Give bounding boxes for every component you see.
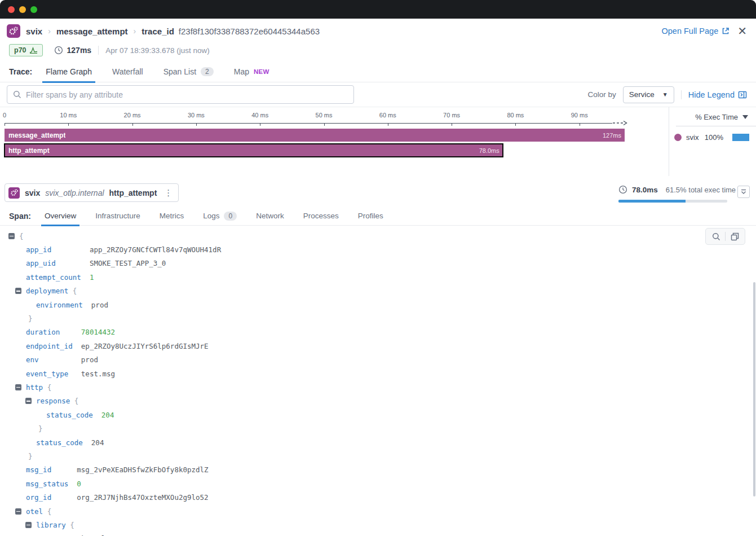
open-full-page-link[interactable]: Open Full Page — [661, 27, 730, 36]
trace-tab-map[interactable]: MapNEW — [234, 61, 269, 82]
attribute-value[interactable]: app_2RZOy7GNCfCWTl84v7qWOUH41dR — [90, 245, 221, 254]
minimize-window-button[interactable] — [19, 6, 26, 13]
close-brace: } — [38, 424, 43, 433]
attribute-row: event_typetest.msg — [0, 367, 677, 380]
flame-span-http-attempt[interactable]: http_attempt78.0ms — [5, 144, 503, 157]
copy-attributes-button[interactable] — [726, 229, 744, 244]
collapse-toggle-icon[interactable] — [15, 508, 21, 515]
attribute-key[interactable]: msg_status — [26, 480, 77, 488]
breadcrumb-resource[interactable]: message_attempt — [56, 27, 128, 36]
copy-icon — [731, 232, 739, 241]
trace-tab-span-list[interactable]: Span List2 — [163, 61, 214, 82]
attribute-value[interactable]: msg_2vPeXEaDHSfwZkFbOfy8k0pzdlZ — [77, 465, 208, 474]
span-tab-logs[interactable]: Logs0 — [203, 207, 237, 226]
attribute-key[interactable]: library — [36, 521, 70, 529]
attribute-close-brace-row: } — [0, 449, 677, 463]
open-brace: { — [19, 232, 24, 240]
flame-span-message-attempt[interactable]: message_attempt127ms — [5, 129, 625, 142]
percentile-badge[interactable]: p70 — [9, 44, 43, 56]
open-brace: { — [47, 507, 52, 516]
close-icon[interactable]: ✕ — [737, 25, 747, 37]
axis-overflow-arrow-icon — [612, 120, 628, 126]
legend-row[interactable]: svix100% — [669, 126, 756, 142]
hide-legend-link[interactable]: Hide Legend — [688, 90, 747, 99]
attribute-value[interactable]: 1 — [90, 273, 94, 282]
span-tab-processes[interactable]: Processes — [303, 207, 339, 226]
attribute-object-row: { — [0, 229, 677, 243]
attribute-value[interactable]: 204 — [91, 438, 104, 447]
span-filter-input[interactable] — [26, 90, 348, 99]
attribute-value[interactable]: prod — [91, 301, 108, 309]
divider — [681, 90, 682, 99]
service-color-dot-icon — [674, 134, 682, 141]
span-tab-profiles[interactable]: Profiles — [358, 207, 383, 226]
attribute-key[interactable]: endpoint_id — [26, 342, 81, 350]
window-titlebar[interactable] — [0, 0, 756, 19]
span-detail-header: svix svix_otlp.internal http_attempt ⋮ 7… — [0, 179, 756, 207]
span-tab-label: Metrics — [160, 212, 184, 220]
exec-time-sort-header[interactable]: % Exec Time — [669, 107, 756, 126]
legend-exec-bar — [732, 134, 749, 141]
collapse-toggle-icon[interactable] — [15, 384, 21, 390]
vertical-scrollbar[interactable] — [753, 282, 755, 497]
span-tab-label: Infrastructure — [95, 212, 140, 220]
attribute-key[interactable]: msg_id — [26, 465, 77, 474]
attribute-key[interactable]: app_uid — [26, 259, 90, 267]
attribute-value[interactable]: 204 — [101, 411, 114, 419]
attribute-key[interactable]: event_type — [26, 370, 81, 378]
collapse-legend-icon — [738, 90, 747, 99]
search-icon — [712, 232, 720, 241]
collapse-panel-button[interactable] — [737, 186, 750, 198]
axis-tick-label: 40 ms — [251, 112, 268, 118]
axis-tick-label: 80 ms — [507, 112, 524, 118]
attribute-value[interactable]: prod — [81, 355, 98, 364]
flame-span-name: message_attempt — [5, 131, 65, 139]
kebab-menu-icon[interactable]: ⋮ — [162, 188, 175, 198]
attribute-value[interactable]: test.msg — [81, 370, 115, 378]
attribute-key[interactable]: org_id — [26, 493, 77, 502]
collapse-toggle-icon[interactable] — [15, 288, 21, 294]
attribute-key[interactable]: attempt_count — [26, 273, 90, 282]
close-brace: } — [28, 452, 33, 460]
zoom-window-button[interactable] — [30, 6, 37, 13]
span-tab-metrics[interactable]: Metrics — [160, 207, 184, 226]
search-attributes-button[interactable] — [707, 229, 725, 244]
attribute-value[interactable]: 0 — [77, 480, 81, 488]
collapse-toggle-icon[interactable] — [8, 233, 15, 239]
attribute-value[interactable]: ep_2RZOy8UczJIYrS6lp6rdGIsMJrE — [81, 342, 209, 350]
legend-exec-percent: 100% — [705, 133, 723, 142]
close-window-button[interactable] — [8, 6, 15, 13]
axis-tick-label: 20 ms — [124, 112, 141, 118]
collapse-toggle-icon[interactable] — [25, 522, 32, 528]
trace-tab-flame-graph[interactable]: Flame Graph — [46, 61, 92, 82]
attribute-key[interactable]: app_id — [26, 245, 90, 254]
attribute-key[interactable]: otel — [26, 507, 47, 516]
attribute-key[interactable]: status_code — [36, 438, 91, 447]
trace-tab-waterfall[interactable]: Waterfall — [112, 61, 143, 82]
span-tab-overview[interactable]: Overview — [45, 207, 76, 226]
span-tab-infrastructure[interactable]: Infrastructure — [95, 207, 140, 226]
attribute-value[interactable]: org_2RJ7NjhBs47OxzteMXOu2g9lo52 — [77, 493, 208, 502]
attribute-row: msg_idmsg_2vPeXEaDHSfwZkFbOfy8k0pzdlZ — [0, 463, 677, 477]
attribute-key[interactable]: duration — [26, 328, 81, 336]
attribute-value[interactable]: SMOKE_TEST_APP_3_0 — [90, 259, 166, 267]
span-tab-label: Overview — [45, 212, 76, 220]
attributes-toolbar — [705, 228, 745, 245]
breadcrumb-service[interactable]: svix — [26, 27, 42, 36]
attribute-key[interactable]: deployment — [26, 287, 73, 295]
span-filter-box[interactable] — [7, 85, 354, 104]
attribute-key[interactable]: status_code — [46, 411, 101, 419]
span-operation-name: http_attempt — [109, 188, 157, 197]
attribute-key[interactable]: env — [26, 355, 81, 364]
axis-tick-label: 50 ms — [316, 112, 333, 118]
attribute-value[interactable]: 78014432 — [81, 328, 115, 336]
color-by-select[interactable]: Service ▼ — [623, 86, 674, 103]
attribute-object-row: http { — [0, 380, 677, 394]
attribute-key[interactable]: response — [36, 397, 74, 405]
attribute-key[interactable]: http — [26, 383, 47, 392]
collapse-toggle-icon[interactable] — [25, 398, 32, 404]
attribute-key[interactable]: environment — [36, 301, 91, 309]
trace-id-value: f23f8f130f338788372e60445344a563 — [179, 27, 320, 36]
span-tab-network[interactable]: Network — [256, 207, 284, 226]
attribute-row: status_code204 — [0, 436, 677, 449]
